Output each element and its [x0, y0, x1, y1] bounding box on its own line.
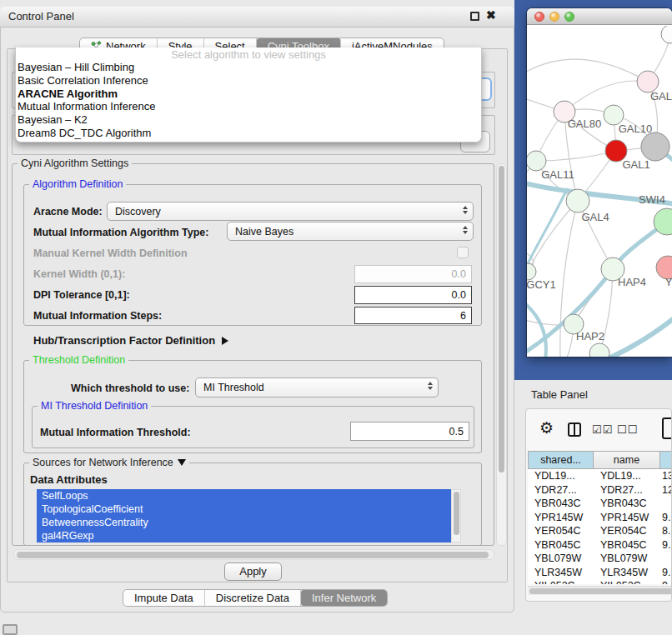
network-edge[interactable]	[527, 59, 648, 82]
tab-label: Impute Data	[134, 592, 193, 604]
table-body: YDL19...YDL19...13YDR27...YDR27...12YBR0…	[528, 469, 672, 584]
node-label-gal80: GAL80	[568, 118, 601, 130]
column-header-name[interactable]: name	[594, 451, 660, 469]
data-attributes-label: Data Attributes	[30, 473, 108, 486]
dropdown-placeholder: Select algorithm to view settings	[16, 48, 481, 61]
close-window-icon[interactable]	[534, 12, 544, 22]
dpi-tolerance-input[interactable]	[354, 286, 472, 304]
settings-vertical-scrollbar[interactable]	[496, 163, 507, 546]
network-window-titlebar	[527, 8, 672, 25]
mi-algorithm-type-combo[interactable]: Naive Bayes	[227, 222, 474, 241]
algorithm-option-bayesian-k2[interactable]: Bayesian – K2	[16, 113, 481, 127]
mi-algorithm-type-label: Mutual Information Algorithm Type:	[33, 227, 208, 238]
tab-impute-data[interactable]: Impute Data	[123, 590, 205, 606]
table-cell	[660, 552, 672, 566]
kernel-width-label: Kernel Width (0,1):	[33, 268, 125, 280]
table-cell: 12	[660, 483, 672, 498]
mi-threshold-input[interactable]	[350, 422, 469, 441]
attribute-item-gal4rgexp[interactable]: gal4RGexp	[37, 529, 451, 542]
table-row[interactable]: YIL052CYIL052C9	[528, 579, 672, 584]
export-table-icon[interactable]	[662, 418, 672, 439]
table-horizontal-scrollbar[interactable]	[528, 586, 671, 595]
node-gray[interactable]	[641, 132, 669, 161]
mi-steps-label: Mutual Information Steps:	[33, 310, 162, 322]
table-row[interactable]: YDR27...YDR27...12	[528, 483, 672, 498]
attribute-list-scrollbar[interactable]	[451, 489, 461, 542]
algorithm-dropdown-popup: Select algorithm to view settings Bayesi…	[15, 48, 482, 142]
table-cell	[660, 497, 672, 511]
table-panel-title: Table Panel	[531, 388, 588, 401]
node-top-right[interactable]	[661, 26, 672, 43]
scrollbar-thumb[interactable]	[17, 552, 489, 558]
node-label-gal: GAL	[650, 90, 672, 102]
aracne-mode-combo[interactable]: Discovery	[107, 202, 474, 221]
table-panel: ⚙ ☑☑ ☐☐ shared...name YDL19...YDL19...13…	[525, 408, 672, 602]
node-gal4[interactable]	[566, 189, 589, 212]
scrollbar-thumb[interactable]	[499, 166, 504, 472]
table-row[interactable]: YPR145WYPR145W9.	[528, 511, 672, 525]
data-attributes-list[interactable]: SelfLoopsTopologicalCoefficientBetweenne…	[37, 489, 451, 542]
column-header-3[interactable]	[660, 451, 672, 469]
algorithm-option-mutual-information-inference[interactable]: Mutual Information Inference	[16, 100, 481, 113]
table-cell: 9.	[660, 566, 672, 580]
node-gcy1[interactable]	[527, 263, 536, 280]
bottom-tab-bar: Impute DataDiscretize DataInfer Network	[123, 589, 388, 607]
column-layout-icon[interactable]	[568, 422, 581, 437]
algorithm-option-bayesian-hill-climbing[interactable]: Bayesian – Hill Climbing	[16, 61, 481, 74]
table-row[interactable]: YBL079WYBL079W	[528, 552, 672, 566]
mi-threshold-legend: MI Threshold Definition	[38, 400, 151, 412]
tab-label: Infer Network	[312, 592, 376, 604]
expanded-arrow-icon	[178, 459, 186, 466]
table-cell: YBL079W	[594, 552, 660, 566]
scrollbar-thumb[interactable]	[529, 588, 672, 594]
sources-legend[interactable]: Sources for Network Inference	[29, 457, 189, 468]
network-canvas[interactable]: GALGAL80GAL10GAL1GAL11SWI4GAL4GCY1HAP4YH…	[527, 26, 672, 357]
algorithm-option-aracne-algorithm[interactable]: ARACNE Algorithm	[16, 88, 481, 101]
table-cell: YER054C	[594, 524, 660, 538]
table-row[interactable]: YLR345WYLR345W9.	[528, 566, 672, 580]
tab-discretize-data[interactable]: Discretize Data	[205, 590, 301, 606]
gear-icon[interactable]: ⚙	[539, 420, 554, 437]
table-cell: 8.	[660, 524, 672, 538]
attribute-item-betweennesscentrality[interactable]: BetweennessCentrality	[37, 516, 451, 529]
attribute-item-topologicalcoefficient[interactable]: TopologicalCoefficient	[37, 502, 451, 516]
kernel-width-input[interactable]	[354, 265, 472, 283]
network-edge[interactable]	[536, 151, 616, 161]
tab-label: Discretize Data	[216, 592, 289, 604]
tab-infer-network[interactable]: Infer Network	[301, 590, 387, 606]
table-row[interactable]: YDL19...YDL19...13	[528, 469, 672, 483]
close-panel-icon[interactable]: ✖	[486, 8, 496, 22]
which-threshold-combo[interactable]: MI Threshold	[195, 378, 439, 398]
panel-corner-icon[interactable]	[3, 624, 18, 635]
apply-button[interactable]: Apply	[224, 562, 282, 581]
minimize-window-icon[interactable]	[549, 12, 559, 22]
stepper-arrows-icon	[463, 206, 468, 214]
select-all-checkboxes-icon[interactable]: ☑☑	[592, 423, 613, 436]
deselect-all-checkboxes-icon[interactable]: ☐☐	[617, 423, 638, 436]
hub-definition-section[interactable]: Hub/Transcription Factor Definition	[33, 334, 228, 347]
network-edge-highlighted[interactable]	[607, 316, 672, 357]
algorithm-option-dream8-dc-tdc-algorithm[interactable]: Dream8 DC_TDC Algorithm	[16, 127, 481, 140]
sources-legend-text: Sources for Network Inference	[33, 457, 173, 468]
table-cell: YPR145W	[594, 511, 660, 525]
algorithm-option-basic-correlation-inference[interactable]: Basic Correlation Inference	[16, 74, 481, 88]
table-row[interactable]: YER054CYER054C8.	[528, 524, 672, 538]
table-cell: 13	[660, 469, 672, 483]
table-cell: YLR345W	[594, 566, 660, 580]
table-row[interactable]: YBR045CYBR045C9.	[528, 538, 672, 552]
mi-steps-input[interactable]	[354, 307, 472, 324]
mi-threshold-label: Mutual Information Threshold:	[40, 427, 191, 438]
aracne-mode-value: Discovery	[115, 206, 161, 218]
column-header-shared-[interactable]: shared...	[528, 451, 594, 469]
table-row[interactable]: YBR043CYBR043C	[528, 497, 672, 511]
manual-kernel-checkbox[interactable]	[457, 247, 469, 258]
hub-definition-label: Hub/Transcription Factor Definition	[33, 334, 215, 347]
network-edge[interactable]	[564, 81, 648, 112]
which-threshold-label: Which threshold to use:	[71, 382, 189, 394]
zoom-window-icon[interactable]	[564, 12, 574, 22]
scrollbar-thumb[interactable]	[454, 492, 459, 535]
node-bottom[interactable]	[589, 343, 609, 357]
attribute-item-selfloops[interactable]: SelfLoops	[37, 489, 451, 502]
float-window-icon[interactable]	[470, 12, 479, 21]
settings-horizontal-scrollbar[interactable]	[13, 549, 494, 560]
